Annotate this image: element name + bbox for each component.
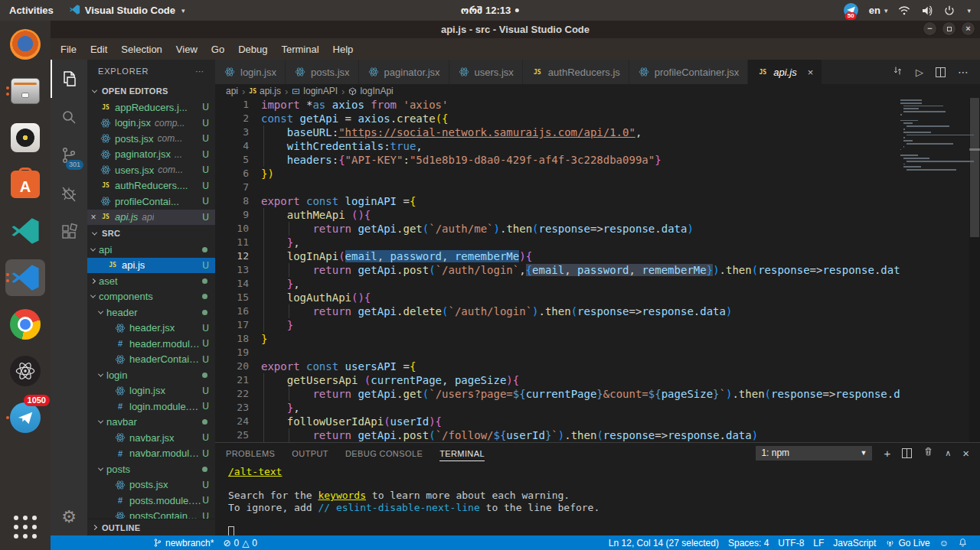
dock-telegram[interactable]: 1050 <box>5 399 45 436</box>
tree-file[interactable]: #login.module.cssU <box>87 399 215 415</box>
split-editor-icon[interactable] <box>936 67 946 77</box>
extensions-icon[interactable] <box>51 213 87 251</box>
notifications-bell-icon[interactable] <box>953 538 972 548</box>
tree-file[interactable]: #header.module...U <box>87 336 215 352</box>
menu-help[interactable]: Help <box>326 44 361 55</box>
open-editor-item[interactable]: ×JSapi.jsapiU <box>87 210 215 226</box>
section-outline[interactable]: OUTLINE <box>87 519 215 535</box>
tree-file[interactable]: header.jsxU <box>87 321 215 337</box>
open-changes-icon[interactable] <box>892 65 903 80</box>
open-editor-item[interactable]: paginator.jsx...U <box>87 147 215 163</box>
dock-ubuntu-software[interactable]: A <box>5 166 45 203</box>
debug-icon[interactable] <box>51 174 87 213</box>
more-actions-icon[interactable]: ⋯ <box>958 66 969 78</box>
language-indicator[interactable]: JavaScript <box>828 538 880 548</box>
scrollbar-thumb[interactable] <box>970 98 979 237</box>
terminal[interactable]: /alt-textSearch for the keywords to lear… <box>215 463 980 535</box>
panel-tab-debug-console[interactable]: DEBUG CONSOLE <box>345 445 423 461</box>
menu-selection[interactable]: Selection <box>114 44 168 55</box>
dock-firefox[interactable] <box>5 26 45 63</box>
dock-vscode[interactable] <box>5 259 45 296</box>
breadcrumb-symbol[interactable]: logInApi <box>348 86 393 96</box>
close-icon[interactable]: × <box>87 212 100 223</box>
split-terminal-icon[interactable] <box>902 448 912 458</box>
tree-file[interactable]: headerContain...U <box>87 352 215 368</box>
open-editor-item[interactable]: users.jsxcom...U <box>87 162 215 178</box>
open-editor-item[interactable]: login.jsxcomp...U <box>87 116 215 132</box>
more-actions-icon[interactable]: ⋯ <box>195 67 204 76</box>
section-open-editors[interactable]: OPEN EDITORS <box>87 83 215 99</box>
cursor-position-indicator[interactable]: Ln 12, Col 14 (27 selected) <box>604 538 724 548</box>
volume-icon[interactable] <box>921 5 933 16</box>
dock-rhythmbox[interactable] <box>5 119 45 156</box>
encoding-indicator[interactable]: UTF-8 <box>773 538 808 548</box>
tree-file[interactable]: JSapi.jsU <box>87 258 215 274</box>
tab-login.jsx[interactable]: login.jsx <box>215 60 286 84</box>
wifi-icon[interactable] <box>898 5 910 16</box>
dock-chrome[interactable] <box>5 306 45 343</box>
tab-users.jsx[interactable]: users.jsx <box>449 60 523 84</box>
maximize-panel-icon[interactable]: ∧ <box>945 449 951 457</box>
telegram-tray-icon[interactable]: 50 <box>844 3 858 18</box>
tree-folder[interactable]: navbar <box>87 415 215 431</box>
close-icon[interactable]: × <box>808 67 814 78</box>
eol-indicator[interactable]: LF <box>808 538 828 548</box>
breadcrumb-file[interactable]: JS api.js <box>249 86 281 96</box>
source-control-icon[interactable]: 301 <box>51 136 87 174</box>
menu-go[interactable]: Go <box>204 44 231 55</box>
tree-folder[interactable]: posts <box>87 461 215 477</box>
tree-folder[interactable]: api <box>87 242 215 258</box>
activities-button[interactable]: Activities <box>0 5 63 16</box>
menu-edit[interactable]: Edit <box>83 44 114 55</box>
panel-tab-terminal[interactable]: TERMINAL <box>439 445 485 461</box>
close-panel-icon[interactable]: × <box>962 447 969 459</box>
tree-file[interactable]: navbar.jsxU <box>87 430 215 446</box>
tab-profileContainer.jsx[interactable]: profileContainer.jsx <box>629 60 749 84</box>
new-terminal-icon[interactable]: + <box>884 447 890 459</box>
maximize-button[interactable] <box>942 21 956 36</box>
tree-folder[interactable]: login <box>87 367 215 383</box>
tree-folder[interactable]: aset <box>87 273 215 289</box>
minimap[interactable] <box>900 99 969 442</box>
git-branch-indicator[interactable]: newbranch* <box>149 538 218 548</box>
tree-file[interactable]: postsContainer...U <box>87 509 215 519</box>
editor-scrollbar[interactable] <box>969 98 980 442</box>
manage-gear-icon[interactable]: ⚙ <box>61 499 77 535</box>
kill-terminal-icon[interactable] <box>923 446 933 460</box>
breadcrumb-folder[interactable]: api <box>226 86 238 96</box>
tab-api.js[interactable]: JSapi.js× <box>748 60 822 84</box>
explorer-icon[interactable] <box>51 60 87 98</box>
open-editor-item[interactable]: JSauthReducers....U <box>87 178 215 194</box>
indentation-indicator[interactable]: Spaces: 4 <box>724 538 773 548</box>
feedback-smiley-icon[interactable]: ☺ <box>935 538 953 548</box>
show-applications-button[interactable] <box>5 509 45 545</box>
dock-vscode-green[interactable] <box>5 213 45 249</box>
go-live-button[interactable]: Go Live <box>880 538 934 548</box>
power-icon[interactable] <box>944 5 955 16</box>
clock[interactable]: ორშ 12:13 <box>461 5 519 16</box>
chevron-down-icon[interactable]: ▾ <box>967 7 971 15</box>
keyboard-layout-indicator[interactable]: en▾ <box>869 5 888 16</box>
tree-file[interactable]: #navbar.module....U <box>87 446 215 462</box>
tree-file[interactable]: login.jsxU <box>87 383 215 399</box>
breadcrumb-symbol[interactable]: loginAPI <box>292 86 338 96</box>
open-editor-item[interactable]: profileContai...U <box>87 194 215 210</box>
tree-file[interactable]: #posts.module.cssU <box>87 493 215 509</box>
open-editor-item[interactable]: JSappReducers.j...U <box>87 99 215 116</box>
panel-tab-output[interactable]: OUTPUT <box>292 445 328 461</box>
menu-view[interactable]: View <box>169 44 204 55</box>
run-icon[interactable]: ▷ <box>916 67 923 78</box>
terminal-select[interactable]: 1: npm ▼ <box>756 446 872 461</box>
dock-files[interactable] <box>5 73 45 109</box>
open-editor-item[interactable]: posts.jsxcom...U <box>87 131 215 147</box>
tab-authReducers.js[interactable]: JSauthReducers.js <box>523 60 629 84</box>
search-icon[interactable] <box>51 98 87 136</box>
close-button[interactable]: × <box>961 21 975 36</box>
tree-folder[interactable]: components <box>87 289 215 305</box>
dock-atom[interactable] <box>5 353 45 389</box>
section-src[interactable]: SRC <box>87 225 215 242</box>
app-menu[interactable]: Visual Studio Code ▾ <box>63 4 191 18</box>
minimize-button[interactable]: − <box>923 21 937 36</box>
menu-terminal[interactable]: Terminal <box>274 44 325 55</box>
problems-indicator[interactable]: ⊘ 0 △ 0 <box>218 538 262 548</box>
